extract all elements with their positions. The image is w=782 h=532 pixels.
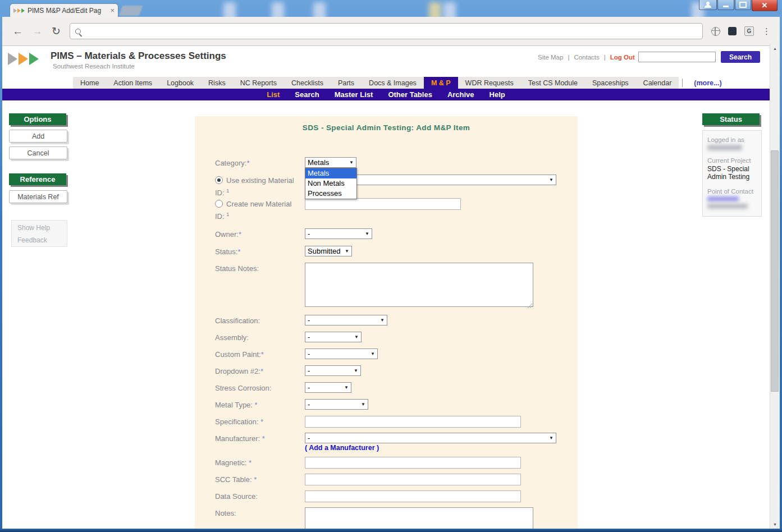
globe-extension-icon[interactable] <box>711 27 720 36</box>
profile-button[interactable] <box>699 0 717 10</box>
subnav-list[interactable]: List <box>267 90 280 99</box>
nav-tab-nc-reports[interactable]: NC Reports <box>233 77 284 89</box>
subnav-archive[interactable]: Archive <box>447 90 474 99</box>
assembly-select[interactable]: - ▼ <box>305 332 362 342</box>
address-input[interactable] <box>85 26 697 36</box>
option-processes[interactable]: Processes <box>305 189 356 199</box>
chevron-down-icon: ▼ <box>354 368 358 373</box>
scc-table-label: SCC Table: * <box>195 474 305 485</box>
nav-tab-logbook[interactable]: Logbook <box>159 77 201 89</box>
nav-tab-parts[interactable]: Parts <box>331 77 362 89</box>
nav-tab-wdr-requests[interactable]: WDR Requests <box>458 77 521 89</box>
maximize-button[interactable] <box>735 0 751 10</box>
logo-arrow-green-icon <box>29 53 39 65</box>
nav-tab-checklists[interactable]: Checklists <box>284 77 331 89</box>
status-notes-textarea[interactable] <box>305 263 533 307</box>
help-panel: Show Help Feedback <box>11 220 67 247</box>
notes-textarea[interactable] <box>305 507 533 529</box>
create-new-radio[interactable] <box>215 200 223 208</box>
add-manufacturer-link[interactable]: ( Add a Manufacturer ) <box>305 444 556 452</box>
subnav-other-tables[interactable]: Other Tables <box>388 90 432 99</box>
dropdown2-select[interactable]: - ▼ <box>305 365 361 376</box>
chevron-down-icon: ▼ <box>549 177 554 182</box>
back-button[interactable]: ← <box>12 26 23 36</box>
pims-favicon-icon <box>13 8 25 13</box>
tab-close-icon[interactable]: × <box>110 7 115 14</box>
show-help-link[interactable]: Show Help <box>17 224 61 232</box>
magnetic-input[interactable] <box>305 457 521 469</box>
mp-subnav: List Search Master List Other Tables Arc… <box>2 89 770 100</box>
scrollbar-thumb[interactable] <box>771 150 779 392</box>
vertical-scrollbar[interactable]: ▲ ▼ <box>770 44 780 529</box>
dark-extension-icon[interactable] <box>728 27 737 35</box>
nav-tab-mp[interactable]: M & P <box>424 77 458 89</box>
minimize-icon <box>723 6 729 7</box>
current-project-line1: SDS - Special <box>707 166 757 173</box>
specification-input[interactable] <box>305 416 521 428</box>
forward-button[interactable]: → <box>32 26 43 36</box>
nav-tab-test-cs-module[interactable]: Test CS Module <box>521 77 585 89</box>
nav-tab-action-items[interactable]: Action Items <box>106 77 159 89</box>
reload-button[interactable]: ↻ <box>52 26 61 36</box>
chevron-down-icon: ▼ <box>349 160 354 165</box>
chevron-down-icon: ▼ <box>380 318 385 323</box>
metal-type-select[interactable]: - ▼ <box>305 399 368 410</box>
site-search-input[interactable] <box>638 52 716 62</box>
header-links: Site Map | Contacts | Log Out <box>538 54 635 61</box>
use-existing-radio[interactable] <box>215 176 223 184</box>
site-search-button[interactable]: Search <box>721 51 760 63</box>
category-dropdown-list: Metals Non Metals Processes <box>305 168 357 199</box>
data-source-input[interactable] <box>305 490 521 502</box>
classification-select[interactable]: - ▼ <box>305 315 387 325</box>
redacted-username <box>707 145 742 150</box>
close-button[interactable]: ✕ <box>752 0 778 11</box>
custom-paint-select[interactable]: - ▼ <box>305 348 378 359</box>
chevron-down-icon: ▼ <box>361 402 365 407</box>
status-header: Status <box>702 113 760 125</box>
option-metals[interactable]: Metals <box>305 168 356 178</box>
nav-more-link[interactable]: (more...) <box>686 77 729 89</box>
new-tab-button[interactable] <box>118 6 143 16</box>
owner-select[interactable]: - ▼ <box>305 228 372 239</box>
nav-tab-home[interactable]: Home <box>73 77 106 89</box>
status-select[interactable]: Submitted ▼ <box>305 246 352 256</box>
scroll-up-icon[interactable]: ▲ <box>770 44 780 53</box>
scc-table-input[interactable] <box>305 474 521 485</box>
nav-tab-spaceships[interactable]: Spaceships <box>585 77 636 89</box>
add-button[interactable]: Add <box>9 130 67 143</box>
browser-menu-icon[interactable]: ⋮ <box>762 26 771 36</box>
materials-ref-button[interactable]: Materials Ref <box>9 190 67 203</box>
stress-corrosion-label: Stress Corrosion: <box>195 382 305 393</box>
new-material-id-input[interactable] <box>305 198 461 210</box>
stress-corrosion-select[interactable]: - ▼ <box>305 382 351 393</box>
log-out-link[interactable]: Log Out <box>610 54 635 61</box>
address-bar[interactable] <box>70 23 703 39</box>
pims-logo[interactable] <box>8 53 40 65</box>
feedback-link[interactable]: Feedback <box>17 236 61 244</box>
category-select[interactable]: Metals ▼ <box>305 157 356 168</box>
manufacturer-select[interactable]: - ▼ <box>305 433 556 443</box>
logged-in-label: Logged in as <box>707 136 757 143</box>
contacts-link[interactable]: Contacts <box>574 54 599 61</box>
option-non-metals[interactable]: Non Metals <box>305 178 356 189</box>
cancel-button[interactable]: Cancel <box>9 146 67 159</box>
nav-tab-risks[interactable]: Risks <box>201 77 233 89</box>
site-map-link[interactable]: Site Map <box>538 54 563 61</box>
minimize-button[interactable] <box>717 0 734 10</box>
app-title: PIMS – Materials & Processes Settings <box>51 51 226 62</box>
subnav-help[interactable]: Help <box>490 90 505 99</box>
separator: | <box>568 54 569 61</box>
status-label: Status:* <box>195 246 305 257</box>
subnav-search[interactable]: Search <box>295 90 319 99</box>
tab-title: PIMS M&P Add/Edit Pag <box>28 7 108 15</box>
nav-tab-docs-images[interactable]: Docs & Images <box>362 77 424 89</box>
chevron-down-icon: ▼ <box>354 334 359 340</box>
toolbar-extensions: G ⋮ <box>707 26 774 36</box>
specification-label: Specification: * <box>195 416 305 427</box>
browser-tab[interactable]: PIMS M&P Add/Edit Pag × <box>10 4 118 17</box>
chevron-down-icon: ▼ <box>549 435 554 441</box>
scroll-down-icon[interactable]: ▼ <box>770 520 780 529</box>
nav-tab-calendar[interactable]: Calendar <box>636 77 679 89</box>
subnav-master-list[interactable]: Master List <box>335 90 373 99</box>
g-extension-icon[interactable]: G <box>744 26 754 36</box>
